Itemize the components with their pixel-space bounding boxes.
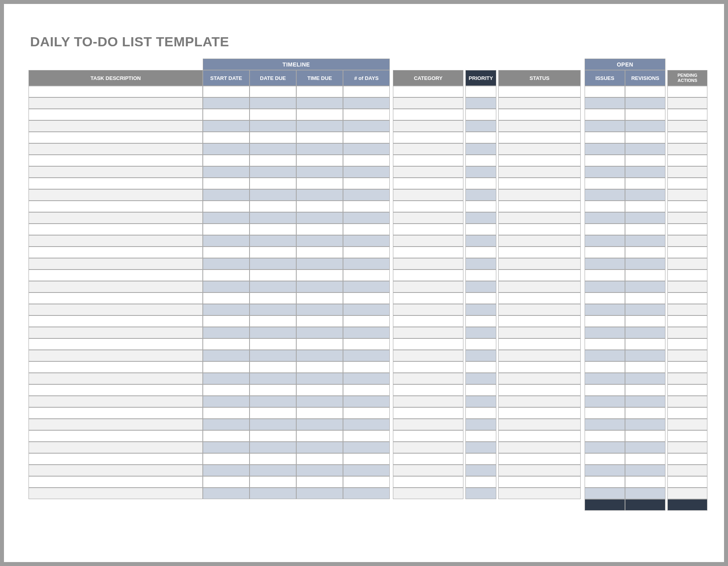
cell[interactable]	[250, 178, 296, 189]
cell[interactable]	[393, 132, 463, 143]
cell[interactable]	[250, 270, 296, 281]
cell[interactable]	[498, 224, 581, 235]
cell[interactable]	[585, 258, 625, 270]
cell[interactable]	[667, 224, 707, 235]
cell[interactable]	[465, 373, 496, 384]
cell[interactable]	[393, 155, 463, 166]
cell[interactable]	[465, 350, 496, 361]
cell[interactable]	[498, 178, 581, 189]
cell[interactable]	[465, 235, 496, 247]
cell[interactable]	[29, 143, 203, 155]
cell[interactable]	[625, 361, 665, 373]
cell[interactable]	[667, 350, 707, 361]
cell[interactable]	[343, 430, 390, 442]
cell[interactable]	[585, 109, 625, 120]
cell[interactable]	[625, 419, 665, 430]
cell[interactable]	[498, 442, 581, 453]
cell[interactable]	[343, 224, 390, 235]
cell[interactable]	[667, 396, 707, 407]
cell[interactable]	[498, 120, 581, 132]
cell[interactable]	[667, 338, 707, 350]
cell[interactable]	[625, 488, 665, 499]
cell[interactable]	[296, 476, 343, 488]
cell[interactable]	[498, 384, 581, 396]
cell[interactable]	[498, 419, 581, 430]
cell[interactable]	[29, 327, 203, 338]
cell[interactable]	[250, 189, 296, 201]
cell[interactable]	[203, 212, 250, 224]
cell[interactable]	[465, 270, 496, 281]
cell[interactable]	[585, 442, 625, 453]
cell[interactable]	[203, 361, 250, 373]
cell[interactable]	[498, 292, 581, 304]
cell[interactable]	[667, 120, 707, 132]
cell[interactable]	[465, 419, 496, 430]
cell[interactable]	[465, 488, 496, 499]
cell[interactable]	[250, 338, 296, 350]
cell[interactable]	[667, 327, 707, 338]
cell[interactable]	[585, 247, 625, 258]
cell[interactable]	[296, 304, 343, 315]
cell[interactable]	[29, 350, 203, 361]
cell[interactable]	[667, 442, 707, 453]
cell[interactable]	[203, 224, 250, 235]
cell[interactable]	[625, 292, 665, 304]
cell[interactable]	[625, 120, 665, 132]
cell[interactable]	[393, 361, 463, 373]
cell[interactable]	[465, 86, 496, 97]
cell[interactable]	[296, 143, 343, 155]
cell[interactable]	[585, 338, 625, 350]
cell[interactable]	[343, 419, 390, 430]
cell[interactable]	[296, 350, 343, 361]
cell[interactable]	[29, 132, 203, 143]
cell[interactable]	[498, 488, 581, 499]
cell[interactable]	[203, 281, 250, 292]
cell[interactable]	[667, 373, 707, 384]
cell[interactable]	[585, 373, 625, 384]
cell[interactable]	[585, 120, 625, 132]
cell[interactable]	[585, 453, 625, 465]
cell[interactable]	[29, 281, 203, 292]
cell[interactable]	[667, 419, 707, 430]
cell[interactable]	[343, 407, 390, 419]
cell[interactable]	[625, 97, 665, 109]
cell[interactable]	[393, 419, 463, 430]
cell[interactable]	[393, 396, 463, 407]
cell[interactable]	[203, 235, 250, 247]
cell[interactable]	[465, 212, 496, 224]
cell[interactable]	[625, 247, 665, 258]
cell[interactable]	[465, 97, 496, 109]
cell[interactable]	[498, 247, 581, 258]
cell[interactable]	[393, 281, 463, 292]
cell[interactable]	[203, 155, 250, 166]
cell[interactable]	[250, 281, 296, 292]
cell[interactable]	[585, 86, 625, 97]
cell[interactable]	[585, 465, 625, 476]
cell[interactable]	[296, 201, 343, 212]
cell[interactable]	[498, 315, 581, 327]
cell[interactable]	[667, 465, 707, 476]
cell[interactable]	[585, 407, 625, 419]
cell[interactable]	[625, 384, 665, 396]
cell[interactable]	[203, 315, 250, 327]
cell[interactable]	[667, 212, 707, 224]
cell[interactable]	[250, 442, 296, 453]
cell[interactable]	[203, 258, 250, 270]
cell[interactable]	[625, 258, 665, 270]
cell[interactable]	[465, 258, 496, 270]
cell[interactable]	[250, 373, 296, 384]
cell[interactable]	[296, 235, 343, 247]
cell[interactable]	[498, 350, 581, 361]
cell[interactable]	[465, 430, 496, 442]
cell[interactable]	[393, 373, 463, 384]
cell[interactable]	[29, 155, 203, 166]
cell[interactable]	[465, 120, 496, 132]
cell[interactable]	[343, 292, 390, 304]
cell[interactable]	[667, 109, 707, 120]
cell[interactable]	[585, 212, 625, 224]
cell[interactable]	[465, 361, 496, 373]
cell[interactable]	[29, 465, 203, 476]
cell[interactable]	[625, 373, 665, 384]
cell[interactable]	[585, 361, 625, 373]
cell[interactable]	[625, 476, 665, 488]
